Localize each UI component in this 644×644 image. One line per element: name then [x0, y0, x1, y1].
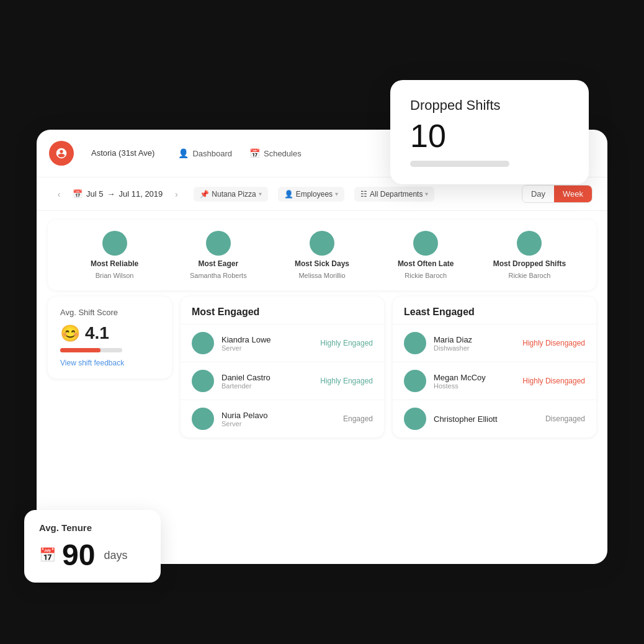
employee-name: Nuria Pelavo: [221, 411, 336, 420]
most-engaged-title: Most Engaged: [181, 297, 384, 324]
day-view-button[interactable]: Day: [522, 186, 554, 202]
nav-schedules[interactable]: 📅 Schedules: [249, 148, 302, 158]
chevron-icon: ▾: [335, 190, 338, 197]
tenure-title: Avg. Tenure: [39, 522, 146, 533]
week-view-button[interactable]: Week: [554, 186, 592, 202]
chevron-icon: ▾: [259, 190, 262, 197]
score-emoji: 😊: [60, 324, 80, 343]
avatar: [310, 231, 334, 256]
avatar: [413, 231, 438, 256]
list-item: Kiandra Lowe Server Highly Engaged: [181, 324, 384, 362]
employee-role: Server: [221, 344, 313, 352]
location-filter[interactable]: 📌 Nutana Pizza ▾: [194, 187, 267, 202]
status-badge: Highly Disengaged: [522, 377, 585, 385]
list-item: Nuria Pelavo Server Engaged: [181, 400, 384, 437]
avatar: [404, 370, 426, 392]
score-card: Avg. Shift Score 😊 4.1 View shift feedba…: [48, 297, 172, 378]
dropped-shifts-bar: [410, 161, 509, 167]
stat-most-late: Most Often Late Rickie Baroch: [374, 231, 478, 279]
stats-row: Most Reliable Brian Wilson Most Eager Sa…: [48, 220, 596, 290]
avatar: [206, 231, 231, 256]
employee-name: Megan McCoy: [434, 373, 515, 382]
chevron-icon: ▾: [425, 190, 428, 197]
employee-name: Christopher Elliott: [434, 414, 538, 424]
list-item: Christopher Elliott Disengaged: [393, 400, 596, 437]
employee-role: Dishwasher: [434, 344, 515, 352]
tenure-number: 90: [62, 540, 95, 570]
prev-arrow[interactable]: ‹: [51, 187, 66, 202]
calendar-icon: 📅: [73, 189, 83, 199]
stat-most-dropped: Most Dropped Shifts Rickie Baroch: [478, 231, 581, 279]
most-engaged-card: Most Engaged Kiandra Lowe Server Highly …: [181, 297, 384, 437]
main-dashboard-card: Astoria (31st Ave) 👤 Dashboard 📅 Schedul…: [37, 130, 607, 564]
list-item: Megan McCoy Hostess Highly Disengaged: [393, 362, 596, 400]
employee-name: Maria Diaz: [434, 335, 515, 344]
tenure-card: Avg. Tenure 📅 90 days: [24, 510, 161, 583]
view-feedback-link[interactable]: View shift feedback: [60, 359, 159, 367]
nav-dashboard[interactable]: 👤 Dashboard: [178, 148, 232, 158]
nav-items: 👤 Dashboard 📅 Schedules: [178, 148, 301, 158]
status-badge: Highly Disengaged: [522, 339, 585, 347]
tenure-calendar-icon: 📅: [39, 547, 56, 563]
next-arrow[interactable]: ›: [169, 187, 184, 202]
pin-icon: 📌: [200, 190, 209, 199]
tenure-unit: days: [104, 549, 127, 562]
departments-filter[interactable]: ☷ All Departments ▾: [354, 187, 434, 202]
schedules-icon: 📅: [249, 148, 260, 158]
status-badge: Disengaged: [545, 414, 585, 423]
status-badge: Highly Engaged: [320, 339, 373, 347]
bottom-row: Avg. Shift Score 😊 4.1 View shift feedba…: [37, 297, 607, 449]
employee-role: Hostess: [434, 382, 515, 390]
view-toggle: Day Week: [522, 185, 593, 203]
avatar: [517, 231, 542, 256]
score-bar: [60, 348, 122, 352]
employee-role: Server: [221, 420, 336, 427]
employee-name: Kiandra Lowe: [221, 335, 313, 344]
score-value: 😊 4.1: [60, 323, 159, 343]
dropped-shifts-card: Dropped Shifts 10: [390, 80, 589, 184]
employees-icon: 👤: [284, 190, 293, 199]
employees-filter[interactable]: 👤 Employees ▾: [278, 187, 344, 202]
dropped-shifts-value: 10: [410, 120, 569, 152]
logo: [49, 141, 74, 166]
stat-most-eager: Most Eager Samantha Roberts: [166, 231, 270, 279]
list-item: Daniel Castro Bartender Highly Engaged: [181, 362, 384, 400]
stat-most-sick: Most Sick Days Melissa Morillio: [270, 231, 373, 279]
employee-name: Daniel Castro: [221, 373, 313, 382]
list-item: Maria Diaz Dishwasher Highly Disengaged: [393, 324, 596, 362]
status-badge: Highly Engaged: [320, 377, 373, 385]
avatar: [102, 231, 127, 256]
avatar: [404, 332, 426, 354]
avatar: [192, 370, 214, 392]
departments-icon: ☷: [360, 190, 367, 199]
stat-most-reliable: Most Reliable Brian Wilson: [63, 231, 166, 279]
score-card-title: Avg. Shift Score: [60, 308, 159, 317]
status-badge: Engaged: [343, 414, 373, 423]
avatar: [192, 332, 214, 354]
location-text: Astoria (31st Ave): [91, 148, 154, 159]
dashboard-icon: 👤: [178, 148, 189, 158]
employee-role: Bartender: [221, 382, 313, 390]
date-range: 📅 Jul 5 → Jul 11, 2019: [73, 189, 163, 199]
least-engaged-card: Least Engaged Maria Diaz Dishwasher High…: [393, 297, 596, 437]
dropped-shifts-title: Dropped Shifts: [410, 97, 569, 114]
avatar: [192, 408, 214, 430]
avatar: [404, 408, 426, 430]
score-bar-fill: [60, 348, 101, 352]
least-engaged-title: Least Engaged: [393, 297, 596, 324]
